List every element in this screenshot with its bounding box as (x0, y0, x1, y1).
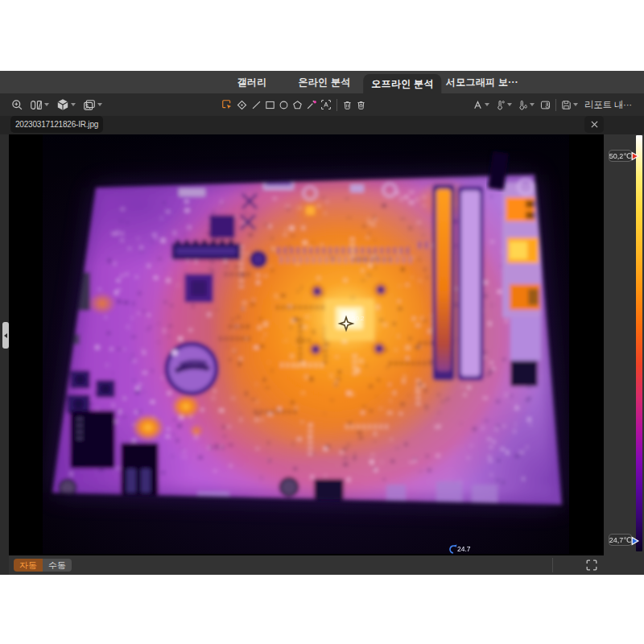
panel-handle-arrow-icon (4, 333, 7, 338)
level-span-mode-toggle: 자동 수동 (14, 559, 72, 572)
spot-tool-icon[interactable] (236, 95, 248, 114)
measure-params-caret-icon[interactable] (530, 103, 535, 106)
image-canvas[interactable]: 50.2 24.7 (9, 134, 604, 555)
toolbar-separator (336, 99, 337, 111)
file-tab[interactable]: 20230317121826-IR.jpg (10, 116, 103, 133)
export-report-button[interactable]: 리포트 내··· (584, 99, 632, 111)
max-temp-marker-icon[interactable] (631, 151, 639, 161)
temperature-colorbar[interactable] (636, 135, 642, 551)
tab-offline-analysis[interactable]: 오프라인 분석 (363, 74, 441, 93)
temp-unit-caret-icon[interactable] (507, 103, 512, 106)
left-panel-strip (0, 134, 9, 575)
temp-unit-icon[interactable] (495, 95, 506, 114)
ai-wand-tool-icon[interactable] (306, 95, 317, 114)
view-3d-caret-icon[interactable] (71, 103, 76, 106)
max-marker-triangle (632, 153, 638, 160)
delete-icon[interactable] (342, 95, 353, 114)
tab-online-analysis-label: 온라인 분석 (298, 76, 350, 89)
fusion-mode-caret-icon[interactable] (44, 103, 49, 106)
image-viewer: 50.2 24.7 50,2℃ (0, 134, 644, 555)
save-caret-icon[interactable] (573, 103, 578, 106)
tab-thermography-report[interactable]: 서모그래피 보··· (446, 71, 518, 93)
status-bar-separator (552, 558, 553, 572)
auto-label-tool-icon[interactable] (320, 95, 332, 114)
view-3d-cube-icon[interactable] (56, 95, 69, 114)
text-style-caret-icon[interactable] (485, 103, 489, 106)
fullscreen-button[interactable] (585, 559, 598, 572)
status-bar: 자동 수동 (9, 555, 644, 575)
min-temp-marker-icon[interactable] (631, 536, 639, 546)
nav-tab-bar: 갤러리 온라인 분석 오프라인 분석 서모그래피 보··· (0, 71, 644, 93)
text-style-icon[interactable] (473, 95, 483, 114)
manual-mode-button[interactable]: 수동 (43, 559, 72, 572)
close-icon (591, 121, 598, 128)
file-tab-bar: 20230317121826-IR.jpg (0, 116, 644, 134)
tab-gallery[interactable]: 갤러리 (237, 71, 267, 93)
thermal-image[interactable]: 50.2 24.7 (43, 134, 569, 554)
auto-mode-button[interactable]: 자동 (14, 559, 43, 572)
max-temp-field[interactable]: 50,2℃ (609, 150, 632, 162)
toolbar-view-group (11, 93, 104, 116)
polygon-tool-icon[interactable] (292, 95, 303, 114)
fullscreen-icon (585, 559, 598, 572)
min-temp-field[interactable]: 24,7℃ (609, 534, 632, 546)
select-tool-icon[interactable] (221, 95, 233, 114)
min-marker-triangle (632, 538, 638, 545)
image-mode-caret-icon[interactable] (97, 103, 102, 106)
tab-thermography-report-label: 서모그래피 보··· (446, 76, 518, 89)
min-temp-label: 24,7℃ (609, 536, 632, 544)
main-toolbar: 리포트 내··· (0, 93, 644, 116)
toolbar-output-group: 리포트 내··· (473, 93, 632, 116)
tab-online-analysis[interactable]: 온라인 분석 (298, 71, 350, 93)
save-icon[interactable] (561, 95, 572, 114)
fusion-mode-icon[interactable] (30, 95, 43, 114)
ellipse-tool-icon[interactable] (279, 95, 289, 114)
thermal-analysis-app: 갤러리 온라인 분석 오프라인 분석 서모그래피 보··· (0, 0, 644, 644)
toolbar-separator-right (555, 99, 556, 111)
svg-text:50.2: 50.2 (352, 315, 365, 322)
isotherm-icon[interactable] (540, 95, 551, 114)
image-mode-icon[interactable] (83, 95, 96, 114)
rect-tool-icon[interactable] (265, 95, 275, 114)
svg-text:24.7: 24.7 (457, 545, 471, 553)
measure-params-icon[interactable] (518, 95, 528, 114)
panel-expand-handle[interactable] (2, 322, 9, 349)
max-temp-label: 50,2℃ (609, 152, 632, 160)
scale-panel: 50,2℃ 24,7℃ (604, 134, 644, 555)
file-tab-label: 20230317121826-IR.jpg (15, 120, 98, 129)
tab-gallery-label: 갤러리 (237, 76, 267, 89)
zoom-icon[interactable] (11, 95, 23, 114)
line-tool-icon[interactable] (251, 95, 262, 114)
close-file-button[interactable] (584, 116, 604, 133)
tab-offline-analysis-label: 오프라인 분석 (371, 77, 433, 91)
toolbar-measure-group (221, 93, 366, 116)
delete-all-icon[interactable] (356, 95, 366, 114)
